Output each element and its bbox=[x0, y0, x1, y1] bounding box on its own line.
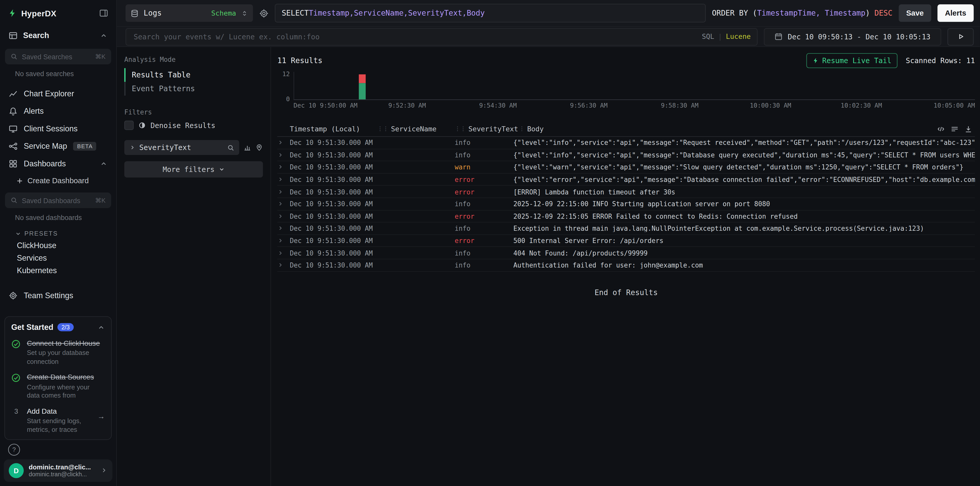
bar-chart-icon[interactable] bbox=[243, 144, 251, 151]
row-expander[interactable] bbox=[277, 262, 290, 268]
preset-services[interactable]: Services bbox=[0, 252, 116, 265]
row-expander[interactable] bbox=[277, 213, 290, 219]
row-body: Exception in thread main java.lang.NullP… bbox=[514, 225, 975, 232]
row-expander[interactable] bbox=[277, 152, 290, 158]
row-expander[interactable] bbox=[277, 225, 290, 231]
table-row[interactable]: Dec 10 9:51:30.000 AM warn {"level":"war… bbox=[277, 161, 975, 174]
create-dashboard-button[interactable]: Create Dashboard bbox=[0, 172, 116, 189]
table-row[interactable]: Dec 10 9:51:30.000 AM info Exception in … bbox=[277, 223, 975, 235]
mode-event-patterns[interactable]: Event Patterns bbox=[124, 82, 263, 96]
sidebar-item-team-settings[interactable]: Team Settings bbox=[0, 287, 116, 304]
table-row[interactable]: Dec 10 9:51:30.000 AM info Authenticatio… bbox=[277, 259, 975, 272]
content: Analysis Mode Results Table Event Patter… bbox=[117, 47, 980, 486]
sql-select-input[interactable]: SELECT Timestamp,ServiceName,SeverityTex… bbox=[275, 4, 706, 22]
x-axis-tick: 9:56:30 AM bbox=[570, 102, 608, 109]
saved-searches-placeholder: Saved Searches bbox=[22, 53, 72, 60]
histogram-bar-segment-error[interactable] bbox=[359, 74, 366, 83]
help-button[interactable]: ? bbox=[8, 444, 20, 455]
order-by-columns: TimestampTime, Timestamp bbox=[757, 9, 865, 18]
source-label: Logs bbox=[144, 9, 162, 18]
sql-order-by[interactable]: ORDER BY (TimestampTime, Timestamp) DESC bbox=[712, 9, 892, 18]
chart-line-icon bbox=[9, 89, 18, 98]
code-icon[interactable] bbox=[937, 125, 945, 133]
brand[interactable]: HyperDX bbox=[0, 0, 116, 26]
table-row[interactable]: Dec 10 9:51:30.000 AM info 404 Not Found… bbox=[277, 247, 975, 259]
preset-clickhouse[interactable]: ClickHouse bbox=[0, 239, 116, 252]
sidebar-item-client-sessions[interactable]: Client Sessions bbox=[0, 120, 116, 137]
row-expander[interactable] bbox=[277, 237, 290, 244]
drag-grip-icon[interactable]: ⋮⋮ bbox=[455, 126, 466, 132]
collapse-sidebar-icon[interactable] bbox=[99, 9, 108, 18]
row-expander[interactable] bbox=[277, 164, 290, 170]
step-create-data-sources[interactable]: Create Data Sources Configure where your… bbox=[11, 373, 105, 400]
mode-results-table[interactable]: Results Table bbox=[124, 68, 263, 82]
search-bar: SQL | Lucene Dec 10 09:50:13 - Dec 10 10… bbox=[117, 27, 980, 47]
service-map-icon bbox=[9, 142, 18, 150]
pin-icon[interactable] bbox=[255, 144, 263, 151]
preset-kubernetes[interactable]: Kubernetes bbox=[0, 265, 116, 277]
order-by-keyword: ORDER BY ( bbox=[712, 9, 757, 18]
drag-grip-icon[interactable]: ⋮⋮ bbox=[377, 126, 388, 132]
sidebar-item-service-map[interactable]: Service Map BETA bbox=[0, 137, 116, 155]
presets-toggle[interactable]: PRESETS bbox=[0, 224, 116, 239]
scanned-rows: Scanned Rows: 11 bbox=[906, 56, 975, 65]
language-lucene[interactable]: Lucene bbox=[726, 32, 751, 41]
histogram-bar[interactable] bbox=[359, 74, 366, 99]
nav-label: Dashboards bbox=[24, 159, 66, 168]
histogram-bar-segment-other[interactable] bbox=[359, 83, 366, 99]
saved-searches-input[interactable]: Saved Searches ⌘K bbox=[5, 49, 111, 64]
row-timestamp: Dec 10 9:51:30.000 AM bbox=[290, 249, 377, 257]
search-input[interactable] bbox=[132, 32, 698, 41]
column-header-servicename: ⋮⋮ServiceName bbox=[377, 125, 455, 133]
row-expander[interactable] bbox=[277, 176, 290, 182]
sidebar-item-dashboards[interactable]: Dashboards bbox=[0, 155, 116, 172]
run-query-button[interactable] bbox=[948, 28, 974, 45]
x-axis-ticks: Dec 10 9:50:00 AM9:52:30 AM9:54:30 AM9:5… bbox=[294, 102, 975, 112]
sidebar-item-chart-explorer[interactable]: Chart Explorer bbox=[0, 85, 116, 102]
row-body: {"level":"error","service":"api","messag… bbox=[514, 176, 975, 183]
chevron-right-icon bbox=[277, 213, 283, 219]
table-row[interactable]: Dec 10 9:51:30.000 AM error 2025-12-09 2… bbox=[277, 210, 975, 223]
source-selector[interactable]: Logs Schema bbox=[126, 4, 253, 22]
alerts-button[interactable]: Alerts bbox=[937, 4, 974, 22]
table-row[interactable]: Dec 10 9:51:30.000 AM info {"level":"inf… bbox=[277, 149, 975, 161]
save-button[interactable]: Save bbox=[899, 4, 931, 22]
resume-live-tail-button[interactable]: Resume Live Tail bbox=[807, 53, 898, 68]
saved-dashboards-input[interactable]: Saved Dashboards ⌘K bbox=[5, 193, 111, 208]
row-body: {"level":"info","service":"api","message… bbox=[514, 151, 975, 159]
denoise-checkbox[interactable] bbox=[124, 121, 134, 130]
more-filters-button[interactable]: More filters bbox=[124, 161, 263, 178]
denoise-results-toggle[interactable]: Denoise Results bbox=[124, 121, 263, 130]
search-box: SQL | Lucene bbox=[126, 28, 757, 45]
step-add-data[interactable]: 3 Add Data Start sending logs, metrics, … bbox=[11, 407, 105, 434]
drag-grip-icon[interactable]: ⋮⋮ bbox=[514, 126, 525, 132]
filter-group-toggle[interactable]: SeverityText bbox=[124, 140, 239, 155]
table-row[interactable]: Dec 10 9:51:30.000 AM info 2025-12-09 22… bbox=[277, 198, 975, 210]
search-icon[interactable] bbox=[227, 144, 234, 151]
row-expander[interactable] bbox=[277, 188, 290, 195]
bolt-logo-icon bbox=[8, 9, 17, 18]
row-timestamp: Dec 10 9:51:30.000 AM bbox=[290, 139, 377, 147]
arrow-right-icon: → bbox=[97, 407, 105, 434]
language-sql[interactable]: SQL bbox=[702, 32, 714, 41]
x-axis-tick: 10:02:30 AM bbox=[841, 102, 882, 109]
table-row[interactable]: Dec 10 9:51:30.000 AM error [ERROR] Lamb… bbox=[277, 186, 975, 198]
table-row[interactable]: Dec 10 9:51:30.000 AM error 500 Internal… bbox=[277, 235, 975, 247]
get-started-title: Get Started bbox=[11, 323, 53, 331]
user-menu[interactable]: D dominic.tran@clic... dominic.tran@clic… bbox=[4, 459, 113, 482]
time-range-picker[interactable]: Dec 10 09:50:13 - Dec 10 10:05:13 bbox=[764, 28, 941, 45]
row-expander[interactable] bbox=[277, 250, 290, 256]
source-settings-gear-icon[interactable] bbox=[259, 8, 269, 18]
row-severity: error bbox=[455, 188, 514, 195]
table-row[interactable]: Dec 10 9:51:30.000 AM error {"level":"er… bbox=[277, 174, 975, 186]
download-icon[interactable] bbox=[964, 125, 973, 133]
get-started-header[interactable]: Get Started 2/3 bbox=[11, 323, 105, 331]
table-row[interactable]: Dec 10 9:51:30.000 AM info {"level":"inf… bbox=[277, 137, 975, 149]
beta-badge: BETA bbox=[73, 142, 96, 150]
row-expander[interactable] bbox=[277, 140, 290, 146]
step-connect-clickhouse[interactable]: Connect to ClickHouse Set up your databa… bbox=[11, 339, 105, 366]
row-expander[interactable] bbox=[277, 201, 290, 207]
sidebar-item-search[interactable]: Search bbox=[0, 26, 116, 45]
sidebar-item-alerts[interactable]: Alerts bbox=[0, 102, 116, 120]
row-density-icon[interactable] bbox=[951, 125, 959, 133]
